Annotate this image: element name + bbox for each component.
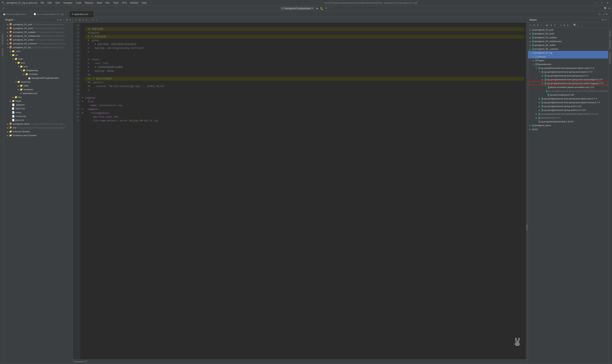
collapse-all-icon[interactable]: ⊖ bbox=[60, 18, 62, 21]
project-tree-item-resources[interactable]: ▼ 📁 resources bbox=[4, 80, 72, 84]
maven-stop-icon[interactable]: ✕ bbox=[553, 23, 557, 27]
close-panel-icon[interactable]: ✕ bbox=[69, 18, 71, 21]
vcs-icon[interactable]: ⎇ bbox=[1, 7, 4, 10]
menu-item-file[interactable]: File bbox=[39, 1, 46, 5]
bottom-tab-deps[interactable]: Dependencies bbox=[130, 364, 147, 364]
project-tree-item-app_class[interactable]: ☕ Springboot07LogApplication bbox=[4, 76, 72, 80]
maven-link-icon[interactable]: ⊕ bbox=[566, 23, 569, 27]
notifications-side-tab[interactable]: Notifications bbox=[608, 51, 612, 65]
bottom-tab-build[interactable]: Build bbox=[100, 364, 108, 364]
settings-icon[interactable]: ⚙ bbox=[608, 7, 611, 10]
maven-reload-icon[interactable]: ↻ bbox=[529, 23, 532, 27]
project-tree-item-mvnw_cmd[interactable]: 📄 mvnw.cmd bbox=[4, 114, 72, 118]
editor-settings-icon[interactable]: ⚙ bbox=[605, 13, 609, 15]
project-tree-item-mvn[interactable]: ▶ 📁 .mvn bbox=[4, 49, 72, 53]
maven-item-dep_boot[interactable]: ▶ ▐ org.springframework.boot:spring-boot… bbox=[528, 74, 608, 78]
maximize-button[interactable]: □ bbox=[599, 0, 605, 6]
project-tree-item-gitignore[interactable]: 📄 .gitignore bbox=[4, 103, 72, 107]
maven-item-sb03[interactable]: ▶ ▐ springboot_03_mybatis bbox=[528, 36, 608, 39]
maven-item-deps[interactable]: ▼ ▐ Dependencies bbox=[528, 62, 608, 66]
bottom-tab-git[interactable]: Version Control bbox=[1, 364, 20, 364]
settings-gear-icon[interactable]: ⚙ bbox=[66, 18, 68, 21]
project-tree-item-scratches[interactable]: ▶ 📁 Scratches and Consoles bbox=[4, 133, 72, 137]
tab-close-button[interactable]: ✕ bbox=[27, 13, 29, 15]
maven-item-dep_lombok[interactable]: ▐ org.projectlombok:lombok:1.18.24 bbox=[528, 120, 608, 124]
menu-item-tools[interactable]: Tools bbox=[112, 1, 120, 5]
tab-hello[interactable]: ☕ HelloSpringBoot.java ✕ bbox=[1, 11, 31, 17]
project-tree-item-dingjiaxiong[interactable]: ▼ 📁 dingjiaxiong bbox=[4, 68, 72, 72]
bottom-tab-run[interactable]: Run bbox=[20, 364, 30, 364]
project-tree-item-src[interactable]: ▼ 📁 src bbox=[4, 53, 72, 57]
maven-close-icon[interactable]: ✕ bbox=[605, 18, 607, 21]
maven-item-plugins[interactable]: ▶ ▐ Plugins bbox=[528, 58, 608, 62]
project-tree-item-test_folder[interactable]: ▶ 📁 test bbox=[4, 95, 72, 99]
project-tree-item-sb03[interactable]: ▶ 📦 springboot_03_mybatis D:\DingJiaxion… bbox=[4, 30, 72, 34]
fold-arrow[interactable]: ▼ bbox=[82, 111, 85, 115]
maven-run-icon[interactable]: ▶ bbox=[546, 23, 549, 27]
editor-collapse-icon[interactable]: _ bbox=[609, 13, 612, 15]
project-tree-item-sb04[interactable]: ▶ 📦 springboot_04_mybatis-plus D:\DingJi… bbox=[4, 34, 72, 38]
menu-item-window[interactable]: Window bbox=[129, 1, 140, 5]
fold-arrow[interactable]: ▼ bbox=[82, 107, 85, 111]
maven-settings-icon[interactable]: ⚙ bbox=[601, 18, 604, 21]
maven-item-dep_sb_demo_root[interactable]: ▶ ▐ springboot_demo bbox=[528, 124, 608, 127]
fold-arrow[interactable]: ▼ bbox=[82, 100, 85, 104]
locate-file-icon[interactable]: ⊙ bbox=[57, 18, 59, 21]
bottom-tab-profiler[interactable]: Profiler bbox=[89, 364, 100, 364]
run-config-selector[interactable]: ▶ Springboot07LogApplication ▾ bbox=[280, 7, 315, 10]
nav-down-icon[interactable]: ∨ bbox=[95, 18, 98, 21]
tab-close-button[interactable]: ✕ bbox=[66, 13, 67, 15]
maven-item-sb05[interactable]: ▶ ▐ springboot_05_restful bbox=[528, 43, 608, 47]
debug-button[interactable]: 🐛 bbox=[320, 7, 323, 10]
project-tree-item-pom_xml[interactable]: 📄 pom.xml bbox=[4, 118, 72, 122]
menu-item-view[interactable]: View bbox=[53, 1, 62, 5]
tab-pom[interactable]: 📄 pom.xml (springboot_07_log) ✕ bbox=[31, 11, 69, 17]
maven-item-dep_json[interactable]: ▶ ▐ org.springframework.boot:spring-boot… bbox=[528, 97, 608, 101]
project-tree-item-sb06[interactable]: ▶ 📦 springboot_06_customer D:\DingJiaxio… bbox=[4, 42, 72, 46]
code-editor[interactable]: ## 设置日志组 #logging: # # 设置日志组 # group: # … bbox=[80, 23, 526, 359]
run-button[interactable]: ▶ bbox=[316, 6, 319, 10]
tab-app[interactable]: ⚙ application.yml ✕ bbox=[69, 11, 94, 17]
project-dropdown-arrow[interactable]: ▾ bbox=[14, 19, 15, 21]
minimize-button[interactable]: ─ bbox=[593, 0, 599, 6]
menu-item-code[interactable]: Code bbox=[74, 1, 83, 5]
scrollbar-thumb[interactable] bbox=[526, 225, 528, 230]
search-everywhere-icon[interactable]: 🔍 bbox=[604, 7, 607, 10]
vertical-scrollbar[interactable] bbox=[526, 23, 528, 359]
tab-right-arrow[interactable]: ▷ bbox=[600, 13, 601, 15]
bookmarks-tab[interactable]: Bookmarks bbox=[0, 32, 4, 46]
bottom-tab-services[interactable]: Services bbox=[77, 364, 89, 364]
maven-item-dep_test[interactable]: ▶ ▐ org.springframework.boot:spring-boot… bbox=[528, 112, 608, 116]
maven-item-dep_jakarta[interactable]: ▐ jakarta.annotation:jakarta.annotation-… bbox=[528, 85, 608, 89]
project-tree-item-mvnw[interactable]: 📄 mvnw bbox=[4, 110, 72, 114]
sort-icon[interactable]: ⋮ bbox=[63, 18, 65, 21]
project-tree-item-com[interactable]: ▼ 📁 com bbox=[4, 65, 72, 68]
project-tree-item-sb07[interactable]: ▼ 📦 springboot_07_log D:\DingJiaxiong\Id… bbox=[4, 46, 72, 49]
menu-item-navigate[interactable]: Navigate bbox=[62, 1, 74, 5]
tab-left-arrow[interactable]: ◁ bbox=[598, 13, 599, 15]
maven-item-sb02[interactable]: ▶ ▐ springboot_02_druid bbox=[528, 32, 608, 36]
maven-item-dep_spring_web[interactable]: ▶ ▐ org.springframework:spring-web:5.3.2… bbox=[528, 104, 608, 108]
maven-pause-icon[interactable]: ⏸ bbox=[549, 23, 553, 27]
bottom-tab-endpoints[interactable]: Endpoints bbox=[64, 364, 77, 364]
maven-item-dep_test_root[interactable]: ▶ ▐ test bbox=[528, 127, 608, 131]
bottom-tab-db[interactable]: Database Changes bbox=[108, 364, 130, 364]
maven-search-icon[interactable]: 🔍 bbox=[573, 23, 577, 27]
maven-item-dep_logging[interactable]: ▶ ▐ org.springframework.boot:spring-boot… bbox=[528, 81, 608, 85]
project-tree-item-ext_libs[interactable]: ▶ 📁 External Libraries bbox=[4, 130, 72, 133]
more-run[interactable]: ⋮ bbox=[329, 7, 332, 10]
coverage-button[interactable]: ☂ bbox=[325, 7, 327, 10]
bottom-tab-todo[interactable]: TODO bbox=[30, 364, 40, 364]
maven-filter-icon[interactable]: ≡ bbox=[560, 23, 562, 27]
project-tree-item-app_yml[interactable]: ⚙ application.yml bbox=[4, 91, 72, 95]
menu-item-refactor[interactable]: Refactor bbox=[83, 1, 95, 5]
maven-item-sb01[interactable]: ▶ ▐ springboot_01_junit bbox=[528, 28, 608, 32]
tab-menu-button[interactable]: ≡ bbox=[603, 13, 605, 16]
maven-expand-icon[interactable]: ↕ bbox=[577, 23, 580, 27]
project-tree-item-controller[interactable]: ▶ 📁 controller bbox=[4, 72, 72, 76]
project-tree-item-sb_demo[interactable]: ▶ 📦 springboot_demo D:\DingJiaxiong\Idea… bbox=[4, 122, 72, 126]
menu-item-vcs[interactable]: VCS bbox=[120, 1, 128, 5]
maven-add-icon[interactable]: + bbox=[540, 23, 543, 27]
maven-item-dep_spring_webmvc[interactable]: ▶ ▐ org.springframework:spring-webmvc:5.… bbox=[528, 108, 608, 112]
maven-side-tab[interactable]: Maven bbox=[608, 29, 612, 38]
